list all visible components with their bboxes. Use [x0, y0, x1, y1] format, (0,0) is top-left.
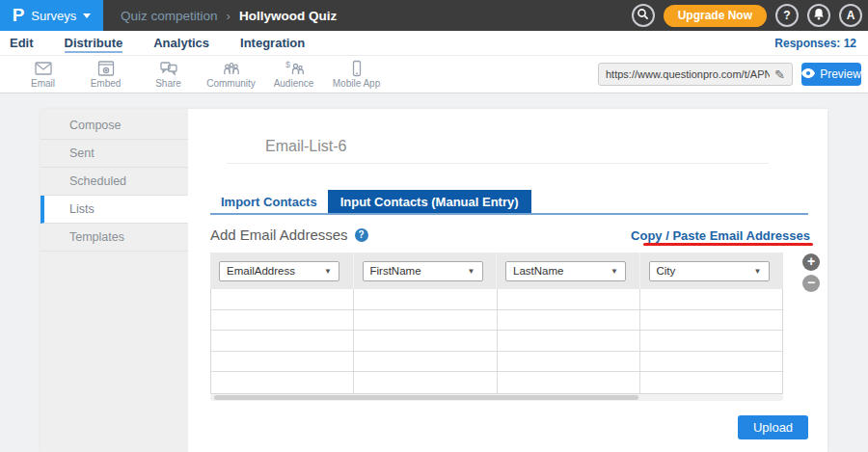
column-header-cell: FirstName ▼	[354, 253, 498, 289]
toolbar-item-email[interactable]: Email	[12, 59, 74, 89]
list-title: Email-List-6	[265, 138, 346, 155]
distribute-toolbar: Email Embed Share Community $ Audience	[0, 55, 868, 93]
questionpro-logo: P	[13, 5, 25, 26]
toolbar-item-community[interactable]: Community	[200, 59, 262, 89]
tab-import-contacts[interactable]: Import Contacts	[210, 190, 328, 213]
responses-count[interactable]: Responses: 12	[774, 37, 856, 50]
column-select-city[interactable]: City ▼	[649, 261, 770, 281]
table-cell[interactable]	[640, 289, 782, 309]
toolbar-item-label: Embed	[91, 78, 122, 89]
eye-icon	[801, 67, 815, 81]
breadcrumb-separator: ›	[227, 9, 231, 23]
table-cell[interactable]	[640, 352, 782, 372]
table-cell[interactable]	[211, 289, 354, 309]
table-cell[interactable]	[498, 352, 640, 372]
help-button[interactable]: ?	[775, 4, 799, 27]
toolbar-item-embed[interactable]: Embed	[74, 59, 137, 89]
column-header-cell: City ▼	[640, 253, 784, 289]
breadcrumb-survey-name[interactable]: Quiz competition	[121, 9, 218, 23]
smartphone-icon	[347, 59, 366, 77]
table-cell[interactable]	[211, 331, 354, 351]
tab-integration[interactable]: Integration	[240, 34, 305, 53]
notifications-button[interactable]	[807, 4, 830, 27]
sidebar-item-templates[interactable]: Templates	[41, 224, 188, 252]
table-cell[interactable]	[498, 310, 640, 331]
table-row	[211, 331, 782, 352]
top-header: P Surveys Quiz competition › Hollywood Q…	[0, 0, 868, 31]
table-cell[interactable]	[354, 331, 497, 351]
toolbar-items: Email Embed Share Community $ Audience	[12, 59, 388, 89]
copy-paste-email-addresses-link[interactable]: Copy / Paste Email Addresses	[631, 228, 810, 243]
surveys-menu-button[interactable]: P Surveys	[0, 0, 103, 31]
help-icon[interactable]: ?	[355, 228, 368, 242]
survey-nav-row: Edit Distribute Analytics Integration Re…	[0, 31, 868, 55]
table-cell[interactable]	[640, 331, 782, 351]
add-row-button[interactable]: +	[802, 253, 820, 271]
remove-row-button[interactable]: −	[802, 275, 820, 292]
tab-input-contacts-manual-entry[interactable]: Input Contacts (Manual Entry)	[328, 190, 531, 213]
sidebar-item-lists[interactable]: Lists	[41, 196, 188, 224]
column-select-value: LastName	[513, 265, 563, 277]
column-header-cell: EmailAddress ▼	[210, 253, 354, 289]
toolbar-item-label: Share	[155, 78, 181, 89]
surveys-label: Surveys	[31, 9, 76, 23]
table-cell[interactable]	[354, 352, 497, 372]
email-sidebar: Compose Sent Scheduled Lists Templates	[41, 109, 188, 452]
upload-button[interactable]: Upload	[738, 415, 808, 439]
column-select-last-name[interactable]: LastName ▼	[505, 261, 626, 281]
upgrade-now-button[interactable]: Upgrade Now	[664, 5, 767, 27]
column-select-first-name[interactable]: FirstName ▼	[363, 261, 483, 281]
add-email-addresses-label: Add Email Addresses	[210, 226, 348, 243]
tab-edit[interactable]: Edit	[10, 34, 34, 53]
toolbar-item-mobile-app[interactable]: Mobile App	[325, 59, 388, 89]
survey-url-field[interactable]: https://www.questionpro.com/t/APNrFZ ✎	[598, 63, 793, 86]
sidebar-item-compose[interactable]: Compose	[41, 112, 188, 140]
toolbar-item-audience[interactable]: $ Audience	[262, 59, 325, 89]
sidebar-item-scheduled[interactable]: Scheduled	[41, 168, 188, 196]
toolbar-item-label: Mobile App	[333, 78, 380, 89]
table-cell[interactable]	[498, 331, 640, 351]
table-cell[interactable]	[354, 289, 497, 309]
breadcrumb: Quiz competition › Hollywood Quiz	[121, 0, 337, 31]
tab-analytics[interactable]: Analytics	[153, 34, 209, 53]
table-cell[interactable]	[211, 310, 354, 331]
table-row	[211, 372, 782, 393]
table-cell[interactable]	[498, 289, 640, 309]
table-row	[211, 289, 782, 310]
caret-down-icon: ▼	[324, 267, 332, 276]
table-cell[interactable]	[640, 310, 782, 331]
contacts-tabs: Import Contacts Input Contacts (Manual E…	[210, 190, 531, 213]
chat-bubbles-icon	[159, 59, 178, 77]
add-email-addresses-heading: Add Email Addresses ?	[210, 226, 368, 243]
toolbar-item-share[interactable]: Share	[137, 59, 200, 89]
table-cell[interactable]	[640, 372, 782, 393]
table-cell[interactable]	[211, 372, 354, 393]
email-lists-card: Compose Sent Scheduled Lists Templates E…	[41, 109, 827, 452]
column-select-value: FirstName	[370, 265, 421, 277]
column-select-email-address[interactable]: EmailAddress ▼	[219, 261, 339, 281]
people-group-icon	[222, 59, 241, 77]
survey-nav-tabs: Edit Distribute Analytics Integration	[10, 31, 305, 55]
caret-down-icon: ▼	[754, 267, 762, 276]
bell-icon	[813, 8, 825, 23]
user-avatar[interactable]: A	[839, 4, 862, 27]
search-button[interactable]	[632, 4, 655, 27]
contacts-table-body	[210, 289, 783, 394]
scrollbar-thumb[interactable]	[214, 395, 638, 400]
caret-down-icon: ▼	[468, 267, 475, 276]
preview-button[interactable]: Preview	[801, 63, 861, 86]
sidebar-item-sent[interactable]: Sent	[41, 140, 188, 168]
column-header-cell: LastName ▼	[497, 253, 640, 289]
tab-distribute[interactable]: Distribute	[65, 34, 123, 53]
caret-down-icon: ▼	[610, 267, 618, 276]
table-cell[interactable]	[354, 372, 497, 393]
title-divider	[227, 163, 769, 164]
chevron-down-icon	[83, 13, 91, 18]
table-cell[interactable]	[498, 372, 640, 393]
edit-url-pencil-icon[interactable]: ✎	[774, 67, 785, 82]
horizontal-scrollbar[interactable]	[210, 394, 783, 401]
column-select-value: EmailAddress	[227, 265, 295, 277]
breadcrumb-page-name: Hollywood Quiz	[239, 9, 337, 23]
table-cell[interactable]	[354, 310, 497, 331]
table-cell[interactable]	[211, 352, 354, 372]
